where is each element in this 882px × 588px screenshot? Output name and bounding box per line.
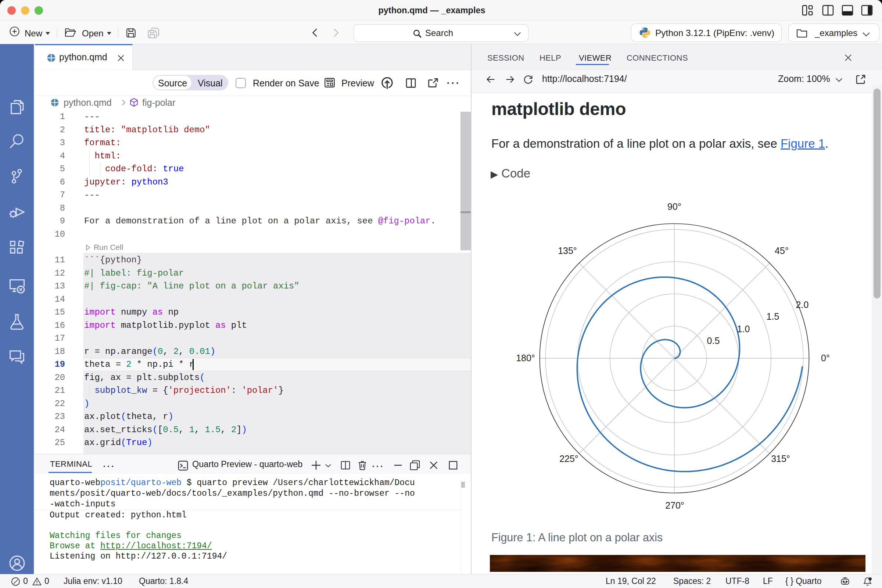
svg-text:180°: 180°: [516, 353, 535, 363]
svg-text:45°: 45°: [775, 246, 789, 256]
svg-text:270°: 270°: [665, 500, 684, 510]
svg-text:1.0: 1.0: [737, 324, 750, 334]
svg-text:90°: 90°: [668, 201, 681, 212]
svg-text:0.5: 0.5: [707, 336, 720, 346]
svg-text:225°: 225°: [560, 453, 579, 464]
svg-text:315°: 315°: [771, 453, 790, 464]
svg-text:0°: 0°: [821, 353, 830, 363]
svg-text:135°: 135°: [558, 246, 577, 256]
svg-text:1.5: 1.5: [766, 311, 780, 322]
svg-text:2.0: 2.0: [796, 300, 809, 310]
